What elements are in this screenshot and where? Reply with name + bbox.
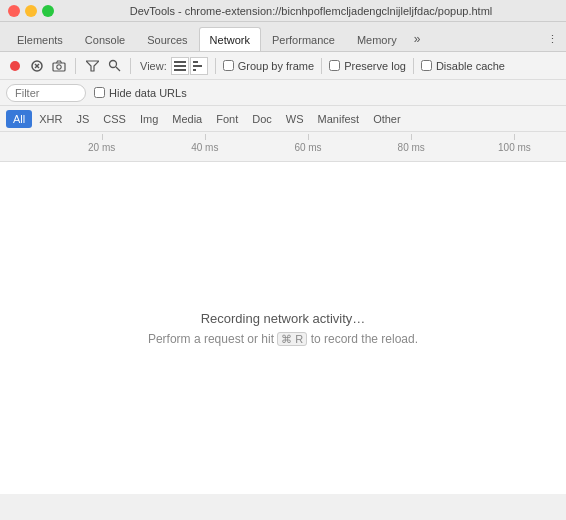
record-icon <box>9 60 21 72</box>
toolbar-separator <box>75 58 76 74</box>
svg-marker-6 <box>86 61 99 71</box>
type-filter-img[interactable]: Img <box>133 110 165 128</box>
list-view-icon <box>174 61 186 71</box>
more-tabs-button[interactable]: » <box>408 27 427 51</box>
titlebar: DevTools - chrome-extension://bicnhpofle… <box>0 0 566 22</box>
svg-point-0 <box>10 61 20 71</box>
type-filter-css[interactable]: CSS <box>96 110 133 128</box>
camera-button[interactable] <box>50 57 68 75</box>
main-content: Recording network activity… Perform a re… <box>0 162 566 494</box>
search-button[interactable] <box>105 57 123 75</box>
view-list-button[interactable] <box>171 57 189 75</box>
svg-rect-14 <box>193 69 196 71</box>
timeline-tick-2: 60 ms <box>256 142 359 153</box>
type-filter-font[interactable]: Font <box>209 110 245 128</box>
view-label: View: <box>140 60 167 72</box>
type-filter-xhr[interactable]: XHR <box>32 110 69 128</box>
view-toggle-group <box>171 57 208 75</box>
group-by-frame-label[interactable]: Group by frame <box>223 60 314 72</box>
hide-data-urls-label[interactable]: Hide data URLs <box>94 87 187 99</box>
recording-subtext: Perform a request or hit ⌘ R to record t… <box>148 332 418 346</box>
tabs-bar: Elements Console Sources Network Perform… <box>0 22 566 52</box>
type-filter-manifest[interactable]: Manifest <box>311 110 367 128</box>
stop-icon <box>31 60 43 72</box>
filter-row: Hide data URLs <box>0 80 566 106</box>
keyboard-shortcut: ⌘ R <box>277 332 307 346</box>
toolbar-separator-2 <box>130 58 131 74</box>
window-title: DevTools - chrome-extension://bicnhpofle… <box>64 5 558 17</box>
filter-button[interactable] <box>83 57 101 75</box>
preserve-log-checkbox[interactable] <box>329 60 340 71</box>
disable-cache-checkbox[interactable] <box>421 60 432 71</box>
camera-icon <box>52 60 66 72</box>
tab-memory[interactable]: Memory <box>346 27 408 51</box>
svg-rect-13 <box>193 65 202 67</box>
svg-point-5 <box>57 64 61 68</box>
toolbar-separator-4 <box>321 58 322 74</box>
timeline-tick-3: 80 ms <box>360 142 463 153</box>
recording-text: Recording network activity… <box>201 311 366 326</box>
svg-rect-9 <box>174 61 186 63</box>
close-button[interactable] <box>8 5 20 17</box>
svg-rect-4 <box>53 63 65 71</box>
svg-point-7 <box>109 61 116 68</box>
tab-console[interactable]: Console <box>74 27 136 51</box>
hide-data-urls-checkbox[interactable] <box>94 87 105 98</box>
filter-icon <box>86 60 99 72</box>
type-filter-row: All XHR JS CSS Img Media Font Doc WS Man… <box>0 106 566 132</box>
stop-button[interactable] <box>28 57 46 75</box>
record-button[interactable] <box>6 57 24 75</box>
type-filter-js[interactable]: JS <box>69 110 96 128</box>
timeline-ticks: 20 ms 40 ms 60 ms 80 ms 100 ms <box>0 142 566 157</box>
view-waterfall-button[interactable] <box>190 57 208 75</box>
type-filter-other[interactable]: Other <box>366 110 408 128</box>
disable-cache-label[interactable]: Disable cache <box>421 60 505 72</box>
svg-rect-10 <box>174 65 186 67</box>
waterfall-icon <box>193 61 205 71</box>
type-filter-media[interactable]: Media <box>165 110 209 128</box>
toolbar-separator-3 <box>215 58 216 74</box>
devtools-settings-icon[interactable]: ⋮ <box>539 28 566 51</box>
recording-subtext-before: Perform a request or hit <box>148 332 277 346</box>
svg-line-8 <box>116 67 120 71</box>
type-filter-doc[interactable]: Doc <box>245 110 279 128</box>
svg-rect-12 <box>193 61 198 63</box>
maximize-button[interactable] <box>42 5 54 17</box>
toolbar-separator-5 <box>413 58 414 74</box>
filter-input[interactable] <box>6 84 86 102</box>
timeline-header: 20 ms 40 ms 60 ms 80 ms 100 ms <box>0 132 566 162</box>
recording-subtext-after: to record the reload. <box>311 332 418 346</box>
tab-performance[interactable]: Performance <box>261 27 346 51</box>
group-by-frame-checkbox[interactable] <box>223 60 234 71</box>
tab-elements[interactable]: Elements <box>6 27 74 51</box>
tab-sources[interactable]: Sources <box>136 27 198 51</box>
svg-rect-11 <box>174 69 186 71</box>
type-filter-ws[interactable]: WS <box>279 110 311 128</box>
search-icon <box>108 59 121 72</box>
tab-network[interactable]: Network <box>199 27 261 51</box>
preserve-log-label[interactable]: Preserve log <box>329 60 406 72</box>
timeline-tick-1: 40 ms <box>153 142 256 153</box>
window-controls <box>8 5 54 17</box>
timeline-tick-0: 20 ms <box>50 142 153 153</box>
timeline-tick-4: 100 ms <box>463 142 566 153</box>
type-filter-all[interactable]: All <box>6 110 32 128</box>
minimize-button[interactable] <box>25 5 37 17</box>
network-toolbar: View: Group by frame Preserve log Disabl… <box>0 52 566 80</box>
